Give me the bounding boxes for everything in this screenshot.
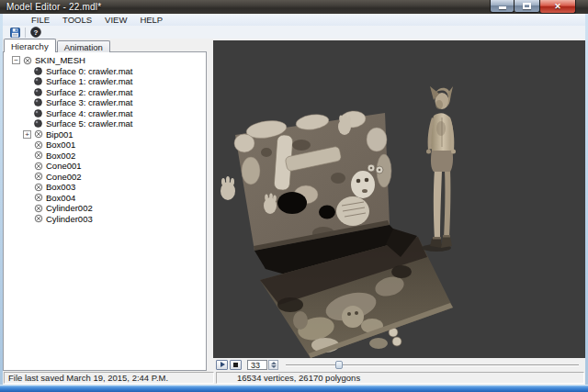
wall-hole-large (277, 192, 307, 214)
window-border-bottom (0, 385, 588, 392)
toggle-spacer (23, 173, 34, 181)
toolbar: ? (3, 26, 585, 39)
toggle-spacer (23, 77, 34, 85)
frame-number-input[interactable]: 33 (247, 360, 267, 370)
status-last-saved: File last saved March 19, 2015, 2:44 P.M… (4, 372, 214, 384)
surface-sphere-icon (34, 66, 43, 75)
viewport-controls: 33 (213, 358, 585, 370)
menu-tools[interactable]: TOOLS (56, 14, 98, 26)
toggle-spacer (23, 140, 34, 149)
stop-icon (233, 363, 238, 367)
app-window: Model Editor - 22.mdl* ✕ FILETOOLSVIEWHE… (0, 0, 588, 392)
timeline-slider[interactable] (286, 360, 579, 370)
scene-node-icon (34, 204, 43, 213)
tree-item-surface-5-crawler-mat[interactable]: Surface 5: crawler.mat (4, 118, 206, 129)
menu-bar: FILETOOLSVIEWHELP (3, 14, 585, 26)
minimize-icon (499, 6, 506, 9)
surface-sphere-icon (34, 77, 43, 86)
scene-node-icon (34, 129, 43, 139)
help-button[interactable]: ? (29, 27, 42, 39)
scene-node-icon (34, 214, 43, 223)
status-bar: File last saved March 19, 2015, 2:44 P.M… (3, 371, 585, 385)
sidebar-tabs: HierarchyAnimation (4, 39, 111, 52)
tree-item-box003[interactable]: Box003 (4, 182, 206, 193)
status-geometry-stats: 16534 vertices, 26170 polygons (216, 372, 584, 384)
tree-item-label: Box003 (46, 182, 75, 192)
surface-sphere-icon (34, 87, 43, 96)
tree-item-label: Box002 (46, 151, 75, 161)
svg-text:?: ? (34, 28, 39, 37)
tree-item-label: Surface 1: crawler.mat (46, 76, 133, 86)
scene-node-icon (34, 162, 43, 171)
tree-item-label: Bip001 (46, 129, 74, 140)
tree-item-label: Surface 0: crawler.mat (46, 66, 133, 76)
tab-animation[interactable]: Animation (57, 40, 110, 52)
menu-help[interactable]: HELP (133, 14, 169, 26)
tree-item-bip001[interactable]: +Bip001 (4, 129, 206, 140)
close-button[interactable]: ✕ (539, 0, 576, 14)
play-icon (220, 362, 225, 367)
tree-item-label: Cone002 (46, 172, 82, 182)
tree-item-label: Surface 4: crawler.mat (46, 108, 133, 118)
tab-hierarchy[interactable]: Hierarchy (4, 39, 56, 52)
tree-item-box001[interactable]: Box001 (4, 140, 206, 151)
timeline-slider-thumb[interactable] (335, 361, 343, 369)
toggle-spacer (23, 194, 34, 202)
maximize-button[interactable] (514, 0, 539, 13)
minimize-button[interactable] (490, 0, 514, 13)
toggle-spacer (23, 98, 34, 106)
tree-item-label: Cylinder003 (46, 214, 93, 224)
wall-hole-small (319, 206, 335, 219)
title-bar[interactable]: Model Editor - 22.mdl* ✕ (0, 0, 588, 14)
scene-node-icon (34, 193, 43, 202)
spinner-up-icon (271, 362, 277, 364)
toggle-spacer (23, 88, 34, 96)
tree-item-skin-mesh[interactable]: −SKIN_MESH (4, 55, 206, 66)
save-button[interactable] (8, 27, 21, 39)
tree-item-label: Cone001 (46, 161, 82, 171)
tree-item-label: Surface 3: crawler.mat (46, 97, 133, 107)
stop-button[interactable] (230, 360, 242, 370)
toggle-spacer (23, 109, 34, 118)
tree-item-surface-3-crawler-mat[interactable]: Surface 3: crawler.mat (4, 97, 206, 108)
tree-item-label: Surface 2: crawler.mat (46, 87, 133, 97)
collapse-toggle-icon[interactable]: − (12, 56, 20, 64)
tree-item-label: Surface 5: crawler.mat (46, 118, 133, 129)
viewport-3d-scene[interactable] (213, 40, 585, 358)
tree-item-label: SKIN_MESH (35, 55, 85, 65)
tree-item-label: Box001 (46, 140, 75, 150)
toggle-spacer (23, 119, 34, 128)
scene-node-icon (34, 140, 43, 150)
tree-item-cylinder002[interactable]: Cylinder002 (4, 203, 206, 214)
viewport-3d[interactable] (213, 40, 585, 358)
toolbar-separator (25, 28, 26, 38)
maximize-icon (523, 3, 531, 9)
scene-node-icon (34, 183, 43, 192)
spinner-down-icon (271, 365, 277, 368)
tree-item-cone001[interactable]: Cone001 (4, 161, 206, 172)
frame-spinner[interactable] (268, 360, 278, 370)
toggle-spacer (23, 215, 34, 223)
close-icon: ✕ (554, 3, 561, 11)
timeline-slider-track (286, 364, 579, 365)
toggle-spacer (23, 151, 34, 160)
expand-toggle-icon[interactable]: + (23, 130, 31, 139)
tree-item-box002[interactable]: Box002 (4, 151, 206, 162)
toggle-spacer (23, 162, 34, 170)
tree-item-surface-2-crawler-mat[interactable]: Surface 2: crawler.mat (4, 87, 206, 98)
tree-item-surface-4-crawler-mat[interactable]: Surface 4: crawler.mat (4, 108, 206, 119)
menu-view[interactable]: VIEW (98, 14, 133, 26)
tree-item-label: Box004 (46, 193, 75, 203)
tree-item-cone002[interactable]: Cone002 (4, 172, 206, 183)
caption-buttons: ✕ (490, 0, 576, 14)
tree-item-box004[interactable]: Box004 (4, 193, 206, 204)
scene-node-icon (23, 56, 32, 65)
hierarchy-tree: −SKIN_MESHSurface 0: crawler.matSurface … (4, 52, 206, 224)
surface-sphere-icon (34, 119, 43, 129)
play-button[interactable] (216, 360, 228, 370)
save-floppy-icon (10, 28, 20, 38)
tree-item-cylinder003[interactable]: Cylinder003 (4, 214, 206, 225)
tree-item-surface-0-crawler-mat[interactable]: Surface 0: crawler.mat (4, 66, 206, 77)
menu-file[interactable]: FILE (25, 14, 56, 26)
tree-item-surface-1-crawler-mat[interactable]: Surface 1: crawler.mat (4, 76, 206, 87)
